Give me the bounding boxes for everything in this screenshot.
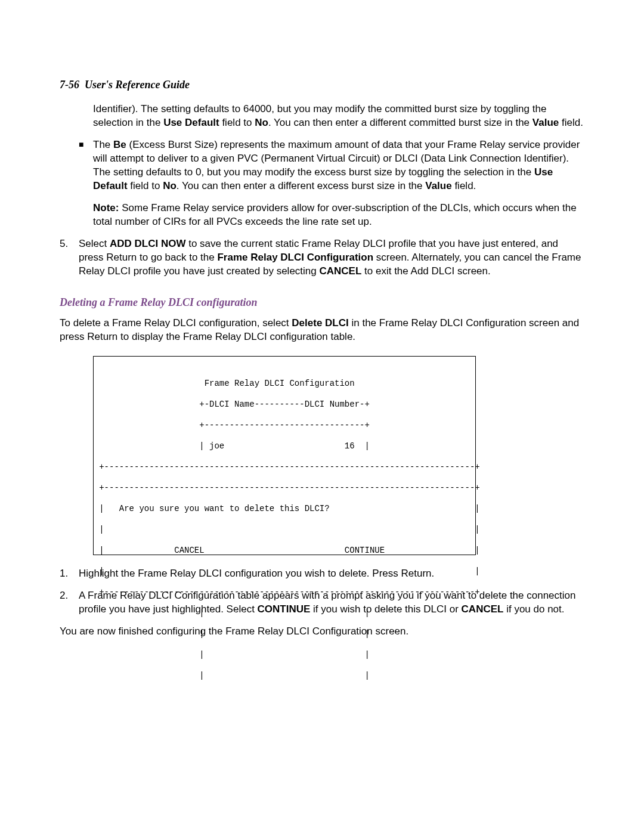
text-run: Select bbox=[79, 238, 110, 249]
step-number: 5. bbox=[60, 237, 79, 278]
page-header: 7-56 User's Reference Guide bbox=[60, 78, 584, 92]
text-run: field. bbox=[452, 180, 476, 191]
text-run: The bbox=[93, 139, 113, 150]
terminal-header-line: +-DLCI Name----------DLCI Number-+ bbox=[84, 400, 480, 410]
bold-term: Value bbox=[425, 180, 451, 191]
text-run: To delete a Frame Relay DLCI configurati… bbox=[60, 317, 292, 329]
terminal-row: | joe 16 | bbox=[84, 441, 480, 452]
bold-term: No bbox=[163, 180, 177, 191]
bold-term: No bbox=[255, 117, 268, 128]
step-5: 5. Select ADD DLCI NOW to save the curre… bbox=[60, 237, 584, 278]
note-paragraph: Note: Some Frame Relay service providers… bbox=[93, 202, 584, 229]
square-bullet-icon: ■ bbox=[79, 138, 93, 193]
terminal-sep-line: +--------------------------------+ bbox=[84, 420, 480, 431]
terminal-blank: | | bbox=[84, 525, 480, 535]
text-run: . You can then enter a different committ… bbox=[268, 117, 532, 128]
text-run: field to bbox=[219, 117, 255, 128]
terminal-mid-line: | | bbox=[84, 629, 480, 640]
guide-title: User's Reference Guide bbox=[85, 79, 190, 91]
page-number: 7-56 bbox=[60, 79, 79, 91]
bold-term: ADD DLCI NOW bbox=[110, 238, 185, 249]
text-run: (Excess Burst Size) represents the maxim… bbox=[93, 139, 580, 178]
terminal-screenshot: Frame Relay DLCI Configuration +-DLCI Na… bbox=[93, 356, 476, 555]
text-run: to exit the Add DLCI screen. bbox=[361, 265, 490, 277]
bold-term: Be bbox=[113, 139, 126, 150]
bold-term: Frame Relay DLCI Configuration bbox=[217, 252, 373, 263]
terminal-mid-line: | | bbox=[84, 650, 480, 661]
terminal-mid-line: | | bbox=[84, 671, 480, 682]
terminal-button-line: | CANCEL CONTINUE | bbox=[84, 546, 480, 556]
step-number: 1. bbox=[60, 567, 79, 581]
bullet-be: ■ The Be (Excess Burst Size) represents … bbox=[79, 138, 584, 193]
terminal-title-line: Frame Relay DLCI Configuration bbox=[84, 379, 480, 389]
bold-term: Value bbox=[532, 117, 559, 128]
delete-intro-paragraph: To delete a Frame Relay DLCI configurati… bbox=[60, 317, 584, 344]
terminal-dash-line: +---------------------------------------… bbox=[84, 587, 480, 598]
text-run: . You can then enter a different excess … bbox=[177, 180, 425, 191]
text-run: if you do not. bbox=[503, 603, 564, 615]
bold-term: Use Default bbox=[163, 117, 219, 128]
bold-term: CANCEL bbox=[319, 265, 361, 277]
text-run: Some Frame Relay service providers allow… bbox=[93, 202, 577, 227]
terminal-dash-line: +---------------------------------------… bbox=[84, 483, 480, 494]
text-run: field to bbox=[128, 180, 163, 191]
terminal-question: | Are you sure you want to delete this D… bbox=[84, 504, 480, 515]
terminal-mid-line: | | bbox=[84, 608, 480, 619]
note-label: Note: bbox=[93, 202, 119, 213]
terminal-blank: | | bbox=[84, 566, 480, 577]
bold-term: Delete DLCI bbox=[292, 317, 348, 329]
identifier-continuation-paragraph: Identifier). The setting defaults to 640… bbox=[93, 103, 584, 130]
step-number: 2. bbox=[60, 589, 79, 617]
section-subheading: Deleting a Frame Relay DLCI configuratio… bbox=[60, 295, 584, 309]
text-run: field. bbox=[559, 117, 583, 128]
terminal-dash-line: +---------------------------------------… bbox=[84, 462, 480, 473]
